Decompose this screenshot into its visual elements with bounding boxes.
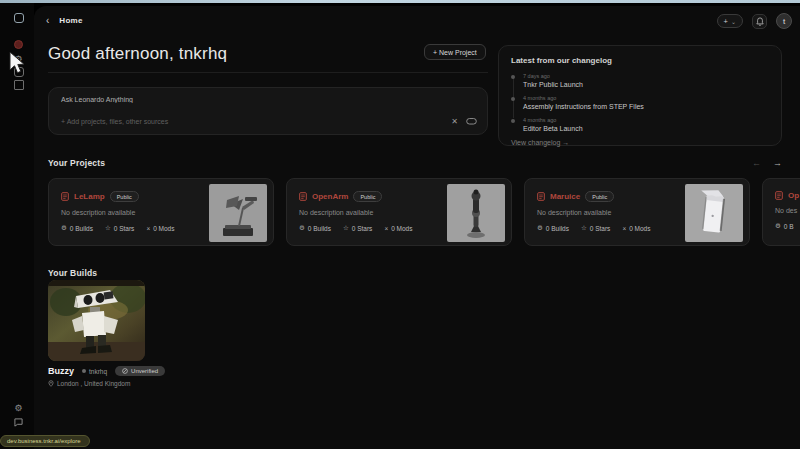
- app-window: ⚙ ⚙ ‹ Home + ⌄ t Good afternoo: [0, 0, 800, 449]
- brand-icon[interactable]: [13, 39, 24, 50]
- owner-name: tnkrhq: [89, 368, 107, 375]
- user-avatar[interactable]: t: [776, 13, 792, 29]
- project-doc-icon: [537, 192, 545, 201]
- changelog-item-title: Tnkr Public Launch: [523, 81, 769, 88]
- project-name: LeLamp: [74, 192, 105, 201]
- prev-arrow-icon[interactable]: ←: [752, 158, 761, 168]
- lelamp-thumbnail: [209, 184, 267, 242]
- tools-x-icon[interactable]: ✕: [451, 117, 458, 126]
- timeline-dot-icon: [511, 119, 515, 123]
- ask-input[interactable]: [61, 96, 361, 103]
- app-logo-icon[interactable]: [13, 12, 24, 23]
- builds-title: Your Builds: [48, 268, 97, 278]
- mods-icon: ×: [622, 225, 626, 232]
- create-menu-button[interactable]: + ⌄: [717, 14, 743, 28]
- unverified-slash-icon: [122, 368, 128, 374]
- openarm-thumbnail: [447, 184, 505, 242]
- page-title: Home: [59, 16, 82, 25]
- mods-icon: ×: [384, 225, 388, 232]
- build-name[interactable]: Buzzy: [48, 366, 74, 376]
- ask-panel: + Add projects, files, other sources ✕: [48, 87, 488, 135]
- project-name: OpenArm: [312, 192, 348, 201]
- breadcrumb: ‹ Home: [46, 15, 83, 26]
- top-edge-strip: [0, 0, 800, 3]
- project-name: Maruice: [550, 192, 580, 201]
- ask-panel-icons: ✕: [451, 117, 477, 126]
- topbar-actions: + ⌄ t: [717, 13, 792, 29]
- chevron-down-icon: ⌄: [731, 18, 736, 25]
- builds-icon: ⚙: [537, 224, 543, 232]
- changelog-item[interactable]: 4 months ago Editor Beta Launch: [523, 117, 769, 132]
- stars-count: 0 Stars: [114, 225, 135, 232]
- build-card-buzzy[interactable]: [48, 280, 145, 361]
- view-changelog-link[interactable]: View changelog →: [511, 139, 769, 146]
- project-description: No des: [775, 207, 800, 214]
- changelog-list: 7 days ago Tnkr Public Launch 4 months a…: [511, 73, 769, 132]
- buzzy-photo: [48, 280, 145, 361]
- unverified-label: Unverified: [131, 368, 158, 374]
- voice-chat-icon[interactable]: [466, 118, 477, 126]
- stars-count: 0 Stars: [590, 225, 611, 232]
- back-chevron-icon[interactable]: ‹: [46, 15, 49, 26]
- project-card-lelamp[interactable]: LeLamp Public No description available ⚙…: [48, 178, 274, 246]
- project-cards-row: LeLamp Public No description available ⚙…: [48, 178, 800, 248]
- archive-icon[interactable]: [13, 79, 24, 90]
- changelog-item-title: Assembly Instructions from STEP Files: [523, 103, 769, 110]
- project-card-maruice[interactable]: Maruice Public No description available …: [524, 178, 750, 246]
- owner-avatar-icon: [82, 369, 86, 373]
- plus-icon: +: [724, 17, 728, 26]
- project-doc-icon: [775, 191, 783, 200]
- unverified-badge: Unverified: [115, 366, 165, 376]
- build-meta-row: Buzzy tnkrhq Unverified: [48, 366, 165, 376]
- changelog-item[interactable]: 4 months ago Assembly Instructions from …: [523, 95, 769, 110]
- red-circle-icon: [14, 40, 23, 49]
- builds-count: 0 Builds: [546, 225, 569, 232]
- build-owner[interactable]: tnkrhq: [82, 368, 107, 375]
- visibility-badge: Public: [110, 191, 139, 202]
- builds-count: 0 Builds: [308, 225, 331, 232]
- preferences-gear-icon[interactable]: ⚙: [13, 402, 24, 413]
- changelog-item[interactable]: 7 days ago Tnkr Public Launch: [523, 73, 769, 88]
- bell-icon: [756, 17, 764, 26]
- changelog-item-time: 4 months ago: [523, 117, 769, 123]
- visibility-badge: Public: [353, 191, 382, 202]
- ask-panel-footer: + Add projects, files, other sources ✕: [61, 117, 477, 126]
- main-panel: ‹ Home + ⌄ t Good afternoon, tnkrhq + Ne…: [34, 6, 800, 449]
- mods-count: 0 Mods: [153, 225, 174, 232]
- changelog-panel: Latest from our changelog 7 days ago Tnk…: [498, 45, 782, 146]
- builds-count: 0 B: [784, 223, 794, 230]
- card-title-row: Op: [775, 191, 800, 200]
- status-url-tooltip: dev.business.tnkr.ai/explore: [0, 435, 90, 447]
- projects-title: Your Projects: [48, 158, 105, 168]
- mods-count: 0 Mods: [391, 225, 412, 232]
- project-card-openarm[interactable]: OpenArm Public No description available …: [286, 178, 512, 246]
- timeline-dot-icon: [511, 97, 515, 101]
- chat-bubble-icon: [14, 418, 23, 427]
- new-project-button[interactable]: + New Project: [424, 44, 486, 60]
- carousel-nav: ← →: [752, 158, 782, 168]
- timeline-dot-icon: [511, 75, 515, 79]
- add-sources-button[interactable]: + Add projects, files, other sources: [61, 118, 168, 125]
- maruice-thumbnail: [685, 184, 743, 242]
- changelog-title: Latest from our changelog: [511, 56, 769, 65]
- stars-count: 0 Stars: [352, 225, 373, 232]
- builds-icon: ⚙: [299, 224, 305, 232]
- mouse-cursor: [8, 51, 26, 75]
- notifications-button[interactable]: [752, 14, 767, 29]
- changelog-item-title: Editor Beta Launch: [523, 125, 769, 132]
- logo-square-icon: [14, 13, 24, 23]
- project-doc-icon: [61, 192, 69, 201]
- location-pin-icon: [48, 380, 54, 387]
- projects-header: Your Projects ← →: [48, 158, 782, 168]
- stars-icon: ☆: [105, 224, 111, 232]
- next-arrow-icon[interactable]: →: [773, 158, 782, 168]
- project-doc-icon: [299, 192, 307, 201]
- archive-square-icon: [14, 80, 24, 90]
- greeting-heading: Good afternoon, tnkrhq: [48, 44, 227, 64]
- changelog-item-time: 7 days ago: [523, 73, 769, 79]
- feedback-chat-icon[interactable]: [13, 417, 24, 428]
- project-card-partial[interactable]: Op No des ⚙0 B: [762, 178, 800, 246]
- location-text: London , United Kingdom: [57, 380, 130, 387]
- mods-count: 0 Mods: [629, 225, 650, 232]
- visibility-badge: Public: [585, 191, 614, 202]
